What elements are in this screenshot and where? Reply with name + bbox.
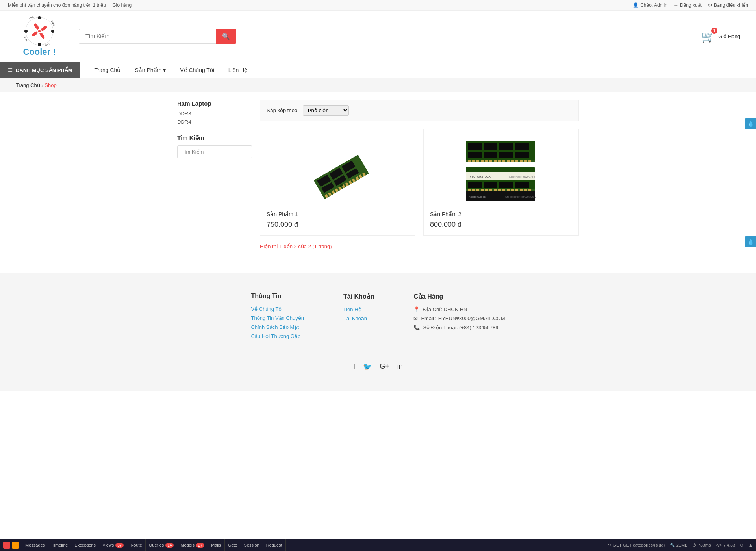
svg-rect-38 [484, 152, 497, 158]
svg-text:VectorStock: VectorStock [469, 195, 486, 199]
nav-about[interactable]: Về Chúng Tôi [174, 62, 220, 78]
pagination-info: Hiện thị 1 đến 2 của 2 (1 trang) [260, 243, 579, 249]
svg-rect-75 [507, 189, 510, 191]
sidebar-item-ddr3[interactable]: DDR3 [177, 111, 252, 117]
side-float-top: 💧 [745, 118, 756, 129]
product-image-2: VECTORSTOCK StockImage-00127370-2 [430, 135, 572, 206]
footer-address: 📍 Địa Chỉ: DHCN HN [413, 306, 505, 312]
search-input[interactable] [79, 29, 216, 44]
product-price-1: 750.000 đ [267, 221, 409, 229]
svg-point-3 [38, 43, 41, 46]
side-float-btn-top[interactable]: 💧 [745, 118, 756, 129]
footer: Thông Tin Về Chúng Tôi Thông Tin Vận Chu… [0, 273, 756, 391]
svg-rect-33 [468, 143, 482, 150]
sidebar: Ram Laptop DDR3 DDR4 Tìm Kiếm [177, 100, 252, 249]
breadcrumb-home[interactable]: Trang Chủ [16, 82, 40, 88]
svg-rect-52 [511, 160, 514, 162]
footer-col2-title: Tài Khoản [343, 293, 374, 300]
sidebar-item-ddr4[interactable]: DDR4 [177, 119, 252, 125]
nav-contact[interactable]: Liên Hệ [222, 62, 254, 78]
svg-rect-42 [468, 160, 471, 162]
sort-bar: Sắp xếp theo: Phổ biến Giá tăng dần Giá … [260, 100, 579, 121]
svg-rect-56 [528, 160, 531, 162]
social-bar: f 🐦 G+ in [16, 354, 740, 379]
product-card-2[interactable]: VECTORSTOCK StockImage-00127370-2 [423, 129, 579, 236]
svg-rect-40 [515, 152, 529, 158]
svg-point-1 [38, 16, 41, 19]
category-menu-button[interactable]: ☰ DANH MỤC SẢN PHẨM [0, 62, 80, 78]
svg-text:StockImage-00127370-2: StockImage-00127370-2 [509, 176, 535, 178]
footer-grid: Thông Tin Về Chúng Tôi Thông Tin Vận Chu… [16, 293, 740, 342]
sort-label: Sắp xếp theo: [267, 108, 299, 113]
svg-point-2 [51, 30, 54, 33]
nav-bar: ☰ DANH MỤC SẢN PHẨM Trang Chủ Sản Phẩm ▾… [0, 62, 756, 78]
chevron-down-icon: ▾ [163, 67, 166, 73]
sidebar-search-title: Tìm Kiếm [177, 134, 252, 141]
greeting: 👤 Chào, Admin [633, 2, 667, 8]
top-bar-right: 👤 Chào, Admin → Đăng xuất ⚙ Bảng điều kh… [633, 2, 748, 8]
svg-rect-80 [528, 189, 531, 191]
breadcrumb-current: Shop [44, 82, 56, 88]
svg-rect-55 [524, 160, 527, 162]
svg-rect-62 [484, 182, 497, 188]
svg-rect-71 [489, 189, 492, 191]
sidebar-category-title: Ram Laptop [177, 100, 252, 107]
facebook-icon[interactable]: f [353, 362, 355, 371]
nav-products[interactable]: Sản Phẩm ▾ [128, 62, 172, 78]
cart-area[interactable]: 🛒 1 Giỏ Hàng [701, 30, 740, 43]
cart-label: Giỏ Hàng [718, 33, 740, 39]
footer-link-about[interactable]: Về Chúng Tôi [251, 306, 304, 312]
product-card-1[interactable]: Sản Phẩm 1 750.000 đ [260, 129, 415, 236]
logo-area[interactable]: Only Fans Only Fans Cooler ! [16, 15, 63, 57]
svg-rect-73 [498, 189, 501, 191]
linkedin-icon[interactable]: in [397, 362, 403, 371]
cart-link[interactable]: Giỏ hàng [112, 2, 132, 8]
dashboard-link[interactable]: ⚙ Bảng điều khiển [708, 2, 748, 8]
logo-text[interactable]: Cooler ! [23, 47, 56, 57]
svg-rect-61 [468, 182, 482, 188]
footer-link-contact[interactable]: Liên Hệ [343, 306, 374, 312]
search-button[interactable]: 🔍 [216, 29, 236, 44]
sidebar-categories: Ram Laptop DDR3 DDR4 [177, 100, 252, 125]
cart-icon-wrap: 🛒 1 [701, 30, 715, 43]
header: Only Fans Only Fans Cooler ! 🔍 🛒 1 Giỏ H… [0, 11, 756, 62]
svg-point-4 [24, 30, 28, 33]
svg-rect-64 [515, 182, 529, 188]
svg-rect-37 [468, 152, 482, 158]
svg-rect-72 [494, 189, 497, 191]
svg-rect-69 [481, 189, 484, 191]
cart-badge: 1 [711, 28, 717, 34]
search-area: 🔍 [79, 29, 236, 44]
googleplus-icon[interactable]: G+ [380, 362, 389, 371]
product-1-image [306, 139, 369, 202]
side-float-bottom: 💧 [745, 236, 756, 247]
footer-link-shipping[interactable]: Thông Tin Vận Chuyển [251, 315, 304, 321]
svg-rect-68 [476, 189, 479, 191]
svg-rect-74 [502, 189, 505, 191]
product-price-2: 800.000 đ [430, 221, 572, 229]
breadcrumb: Trang Chủ › Shop [0, 78, 756, 92]
svg-rect-79 [524, 189, 527, 191]
products-grid: Sản Phẩm 1 750.000 đ [260, 129, 579, 236]
svg-rect-66 [468, 189, 471, 191]
svg-text:VECTORSTOCK: VECTORSTOCK [470, 175, 491, 178]
svg-point-6 [38, 30, 41, 32]
sidebar-search-section: Tìm Kiếm [177, 134, 252, 158]
footer-col-account: Tài Khoản Liên Hệ Tài Khoản [343, 293, 374, 342]
side-float-btn-bottom[interactable]: 💧 [745, 236, 756, 247]
logout-link[interactable]: → Đăng xuất [674, 2, 702, 8]
email-icon: ✉ [413, 315, 418, 321]
footer-link-account[interactable]: Tài Khoản [343, 315, 374, 321]
svg-text:Stockvector.com/27370-2: Stockvector.com/27370-2 [505, 195, 536, 198]
top-bar-left: Miễn phí vận chuyển cho đơn hàng trên 1 … [8, 2, 132, 8]
sidebar-search-input[interactable] [177, 145, 252, 158]
footer-link-faq[interactable]: Câu Hỏi Thường Gặp [251, 333, 304, 339]
footer-col3-title: Cửa Hàng [413, 293, 505, 300]
footer-link-privacy[interactable]: Chính Sách Bảo Mật [251, 324, 304, 330]
sort-select[interactable]: Phổ biến Giá tăng dần Giá giảm dần Mới n… [303, 105, 349, 116]
svg-rect-47 [489, 160, 492, 162]
svg-rect-46 [485, 160, 488, 162]
nav-home[interactable]: Trang Chủ [88, 62, 127, 78]
twitter-icon[interactable]: 🐦 [363, 362, 372, 371]
promo-text: Miễn phí vận chuyển cho đơn hàng trên 1 … [8, 2, 106, 8]
